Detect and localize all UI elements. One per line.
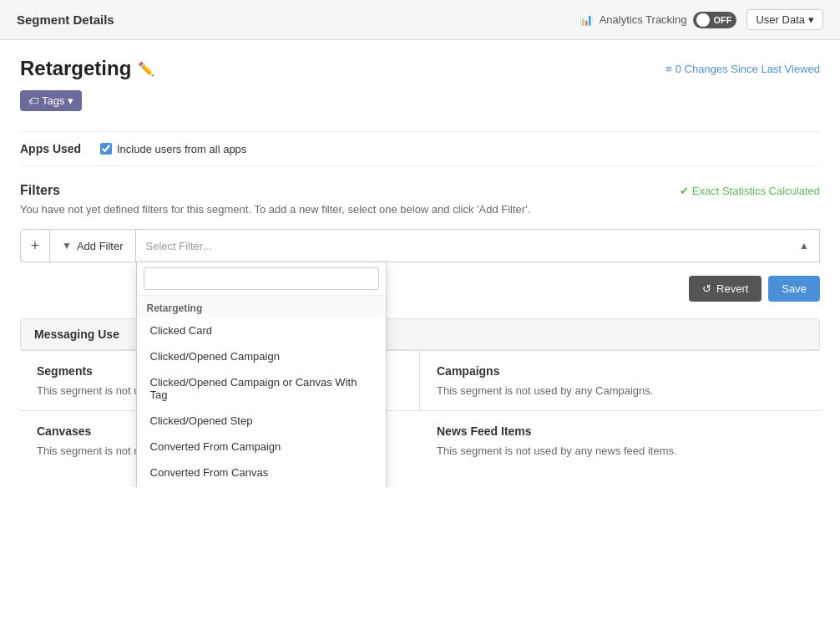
analytics-toggle[interactable]: OFF xyxy=(693,12,736,28)
exact-statistics-label: ✔ Exact Statistics Calculated xyxy=(680,185,820,197)
user-data-label: User Data xyxy=(756,13,805,26)
include-all-apps-row: Include users from all apps xyxy=(100,143,246,155)
messaging-use-title: Messaging Use xyxy=(34,328,119,341)
filter-select-wrapper: Select Filter... ▲ Retargeting Clicked C… xyxy=(136,229,820,262)
add-filter-label: Add Filter xyxy=(77,240,124,252)
analytics-tracking-control: 📊 Analytics Tracking OFF xyxy=(579,12,737,28)
edit-icon[interactable]: ✏️ xyxy=(138,61,154,77)
analytics-tracking-label: Analytics Tracking xyxy=(600,13,687,26)
bar-chart-icon: 📊 xyxy=(579,13,593,26)
tags-chevron-icon: ▾ xyxy=(68,94,73,107)
tags-label: Tags xyxy=(42,94,64,107)
apps-used-label: Apps Used xyxy=(20,142,87,155)
news-feed-text: This segment is not used by any news fee… xyxy=(437,445,803,457)
campaigns-section: Campaigns This segment is not used by an… xyxy=(420,351,820,410)
dropdown-item-entered-canvas-variation[interactable]: Entered Canvas Variation xyxy=(137,485,386,487)
toggle-state-label: OFF xyxy=(713,15,731,25)
toggle-circle xyxy=(696,13,710,27)
dropdown-group-retargeting: Retargeting xyxy=(137,296,386,318)
dropdown-item-clicked-opened-campaign[interactable]: Clicked/Opened Campaign xyxy=(137,343,386,369)
select-placeholder: Select Filter... xyxy=(146,240,212,252)
filter-dropdown-menu: Retargeting Clicked Card Clicked/Opened … xyxy=(136,262,387,487)
page-title-left: Retargeting ✏️ xyxy=(20,57,154,80)
include-all-apps-label: Include users from all apps xyxy=(117,143,246,155)
dropdown-item-converted-from-canvas[interactable]: Converted From Canvas xyxy=(137,460,386,485)
filter-select[interactable]: Select Filter... ▲ xyxy=(136,229,820,262)
filters-header: Filters ✔ Exact Statistics Calculated xyxy=(20,183,820,198)
select-chevron-icon: ▲ xyxy=(799,240,809,251)
dropdown-item-clicked-opened-campaign-canvas-tag[interactable]: Clicked/Opened Campaign or Canvas With T… xyxy=(137,369,386,408)
tags-button[interactable]: 🏷 Tags ▾ xyxy=(20,90,82,111)
main-content: Retargeting ✏️ ≡ 0 Changes Since Last Vi… xyxy=(0,40,840,487)
campaigns-text: This segment is not used by any Campaign… xyxy=(437,384,803,397)
add-plus-button[interactable]: + xyxy=(20,229,50,262)
dropdown-search-input[interactable] xyxy=(144,267,379,290)
save-button[interactable]: Save xyxy=(768,276,820,302)
page-title-row: Retargeting ✏️ ≡ 0 Changes Since Last Vi… xyxy=(20,57,820,80)
news-feed-title: News Feed Items xyxy=(437,424,803,438)
dropdown-search-area xyxy=(137,262,386,296)
nav-right-actions: 📊 Analytics Tracking OFF User Data ▾ xyxy=(579,9,823,30)
top-navigation: Segment Details 📊 Analytics Tracking OFF… xyxy=(0,0,840,40)
campaigns-title: Campaigns xyxy=(437,364,803,378)
filters-description: You have not yet defined filters for thi… xyxy=(20,203,820,216)
filter-funnel-icon: ▼ xyxy=(62,240,72,251)
revert-label: Revert xyxy=(716,282,748,295)
save-label: Save xyxy=(782,282,807,295)
include-all-apps-checkbox[interactable] xyxy=(100,143,112,155)
news-feed-section: News Feed Items This segment is not used… xyxy=(420,411,820,470)
filter-add-row: + ▼ Add Filter Select Filter... ▲ Retarg… xyxy=(20,229,820,262)
apps-used-section: Apps Used Include users from all apps xyxy=(20,131,820,166)
dropdown-item-clicked-opened-step[interactable]: Clicked/Opened Step xyxy=(137,408,386,434)
checkmark-icon: ✔ xyxy=(680,185,689,197)
filters-title: Filters xyxy=(20,183,60,198)
dropdown-item-clicked-card[interactable]: Clicked Card xyxy=(137,318,386,343)
dropdown-items-scroll: Retargeting Clicked Card Clicked/Opened … xyxy=(137,296,386,487)
dropdown-item-converted-from-campaign[interactable]: Converted From Campaign xyxy=(137,434,386,460)
list-icon: ≡ xyxy=(665,63,672,75)
revert-icon: ↺ xyxy=(702,282,711,295)
tag-icon: 🏷 xyxy=(28,95,38,107)
chevron-down-icon: ▾ xyxy=(808,13,814,26)
revert-button[interactable]: ↺ Revert xyxy=(689,276,762,302)
app-title: Segment Details xyxy=(17,13,114,27)
changes-label: 0 Changes Since Last Viewed xyxy=(676,63,820,75)
changes-since-last-viewed-link[interactable]: ≡ 0 Changes Since Last Viewed xyxy=(665,63,820,75)
add-filter-button[interactable]: ▼ Add Filter xyxy=(50,229,136,262)
page-title: Retargeting xyxy=(20,57,131,80)
user-data-button[interactable]: User Data ▾ xyxy=(746,9,823,30)
